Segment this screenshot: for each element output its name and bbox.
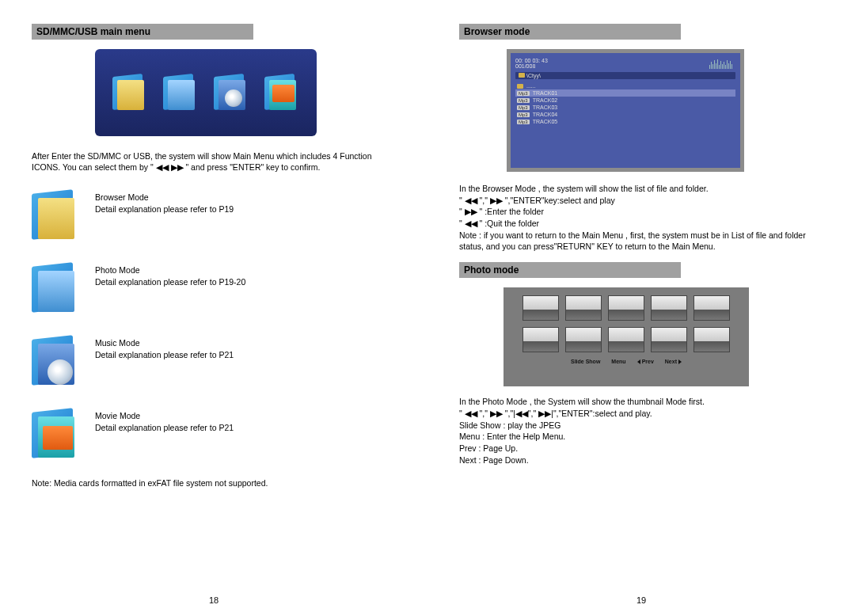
mode-detail: Detail explanation please refer to P21: [95, 349, 234, 360]
thumbnail: [522, 327, 559, 352]
movie-icon: [264, 70, 299, 115]
page-19: Browser mode 00: 00 03: 43 001/008 \Ctyy…: [428, 0, 855, 616]
thumbnail: [608, 327, 644, 352]
exfat-note: Note: Media cards formatted in exFAT fil…: [32, 478, 396, 488]
figure-main-menu: [95, 49, 317, 136]
folder-icon: [519, 73, 525, 78]
mode-title: Movie Mode: [95, 410, 234, 421]
movie-icon: [32, 405, 79, 461]
list-item: Mp3TRACK01: [515, 89, 735, 97]
menu-label: Menu: [611, 359, 625, 364]
heading-photo-mode: Photo mode: [459, 262, 681, 278]
file-list: ...... Mp3TRACK01 Mp3TRACK02 Mp3TRACK03 …: [515, 82, 735, 125]
figure-photo-mode: Slide Show Menu Prev Next: [504, 287, 749, 386]
list-item: Mp3TRACK03: [515, 104, 735, 111]
playback-counter: 001/008: [515, 63, 548, 69]
list-item: Mp3TRACK04: [515, 111, 735, 118]
browser-icon: [112, 70, 147, 115]
list-item: Mp3TRACK05: [515, 118, 735, 125]
mode-row-movie: Movie Mode Detail explanation please ref…: [32, 405, 396, 461]
browser-description: In the Browser Mode , the system will sh…: [459, 183, 823, 253]
mode-row-music: Music Mode Detail explanation please ref…: [32, 333, 396, 388]
playback-time: 00: 00 03: 43: [515, 58, 548, 63]
triangle-left-icon: [637, 359, 640, 364]
mode-row-browser: Browser Mode Detail explanation please r…: [32, 187, 396, 242]
page-18: SD/MMC/USB main menu After Enter the SD/…: [0, 0, 428, 616]
main-menu-intro: After Enter the SD/MMC or USB, the syste…: [32, 150, 396, 173]
thumbnail: [565, 295, 602, 321]
mode-detail: Detail explanation please refer to P19-2…: [95, 276, 245, 287]
waveform-icon: [709, 58, 732, 69]
mode-title: Browser Mode: [95, 192, 234, 203]
thumbnail: [608, 295, 644, 321]
page-number: 19: [636, 595, 646, 605]
thumbnail: [651, 327, 687, 352]
thumbnail: [694, 327, 730, 352]
slideshow-label: Slide Show: [571, 359, 600, 364]
next-label: Next: [665, 359, 682, 364]
mode-title: Photo Mode: [95, 264, 245, 276]
heading-browser-mode: Browser mode: [459, 24, 681, 40]
mode-title: Music Mode: [95, 337, 234, 348]
mode-detail: Detail explanation please refer to P21: [95, 422, 234, 433]
mode-row-photo: Photo Mode Detail explanation please ref…: [32, 260, 396, 315]
path-text: \Ctyy\: [526, 73, 541, 78]
mode-detail: Detail explanation please refer to P19: [95, 203, 234, 215]
figure-browser-mode: 00: 00 03: 43 001/008 \Ctyy\ ...... Mp3T…: [507, 49, 744, 172]
thumbnail: [565, 327, 602, 352]
photo-description: In the Photo Mode , the System will show…: [459, 396, 823, 466]
browser-icon: [32, 187, 79, 242]
prev-label: Prev: [637, 359, 654, 364]
heading-main-menu: SD/MMC/USB main menu: [32, 24, 253, 40]
thumbnail: [522, 295, 559, 321]
page-number: 18: [209, 595, 218, 605]
triangle-right-icon: [678, 359, 682, 364]
list-item-label: ......: [526, 83, 536, 89]
thumbnail: [694, 295, 730, 321]
photo-icon: [163, 70, 198, 115]
photo-icon: [32, 260, 79, 315]
thumbnail: [651, 295, 687, 321]
list-item: Mp3TRACK02: [515, 97, 735, 104]
music-icon: [214, 70, 249, 115]
music-icon: [32, 333, 79, 388]
folder-icon: [517, 84, 523, 89]
